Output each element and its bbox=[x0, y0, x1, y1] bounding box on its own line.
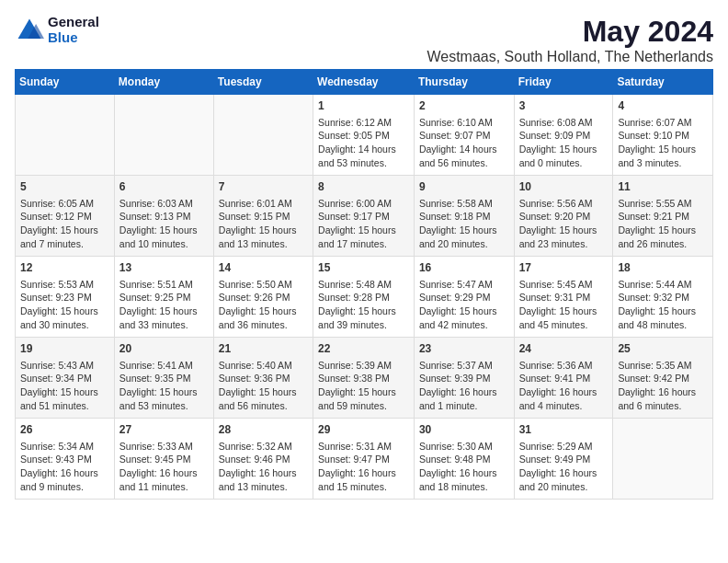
day-number: 15 bbox=[318, 260, 409, 276]
calendar-day-cell: 19Sunrise: 5:43 AMSunset: 9:34 PMDayligh… bbox=[16, 338, 115, 419]
day-info: Sunset: 9:26 PM bbox=[219, 291, 308, 304]
day-number: 1 bbox=[318, 98, 409, 114]
calendar-day-cell: 10Sunrise: 5:56 AMSunset: 9:20 PMDayligh… bbox=[514, 176, 613, 257]
day-number: 2 bbox=[419, 98, 509, 114]
day-number: 27 bbox=[119, 422, 209, 438]
day-info: Sunrise: 5:29 AM bbox=[519, 440, 609, 454]
day-number: 28 bbox=[219, 422, 308, 438]
day-number: 31 bbox=[519, 422, 609, 438]
day-info: Sunrise: 5:43 AM bbox=[20, 359, 109, 373]
day-info: Sunrise: 5:53 AM bbox=[20, 278, 109, 292]
day-info: Daylight: 15 hours and 3 minutes. bbox=[618, 143, 708, 169]
calendar-day-cell: 3Sunrise: 6:08 AMSunset: 9:09 PMDaylight… bbox=[514, 95, 613, 176]
weekday-header: Monday bbox=[114, 70, 213, 95]
day-info: Sunset: 9:21 PM bbox=[618, 210, 708, 224]
day-info: Daylight: 16 hours and 4 minutes. bbox=[519, 385, 609, 412]
day-info: Sunset: 9:45 PM bbox=[119, 453, 209, 466]
day-info: Daylight: 15 hours and 13 minutes. bbox=[219, 224, 308, 250]
calendar-table: SundayMondayTuesdayWednesdayThursdayFrid… bbox=[15, 69, 713, 500]
day-info: Daylight: 14 hours and 56 minutes. bbox=[419, 143, 509, 169]
day-info: Daylight: 15 hours and 51 minutes. bbox=[20, 385, 109, 412]
day-number: 5 bbox=[20, 179, 109, 195]
page-header: General Blue May 2024 Westmaas, South Ho… bbox=[15, 15, 713, 65]
day-info: Sunset: 9:38 PM bbox=[318, 372, 409, 385]
logo-icon bbox=[15, 16, 44, 45]
day-info: Sunset: 9:41 PM bbox=[519, 372, 609, 385]
weekday-header-row: SundayMondayTuesdayWednesdayThursdayFrid… bbox=[16, 70, 713, 95]
day-info: Sunrise: 5:31 AM bbox=[318, 440, 409, 454]
month-title: May 2024 bbox=[427, 15, 713, 49]
calendar-day-cell: 25Sunrise: 5:35 AMSunset: 9:42 PMDayligh… bbox=[613, 338, 713, 419]
day-info: Sunset: 9:15 PM bbox=[219, 210, 308, 224]
day-number: 20 bbox=[119, 341, 209, 357]
calendar-week-row: 5Sunrise: 6:05 AMSunset: 9:12 PMDaylight… bbox=[16, 176, 713, 257]
calendar-day-cell: 23Sunrise: 5:37 AMSunset: 9:39 PMDayligh… bbox=[414, 338, 514, 419]
day-number: 9 bbox=[419, 179, 509, 195]
calendar-day-cell: 14Sunrise: 5:50 AMSunset: 9:26 PMDayligh… bbox=[213, 257, 313, 338]
calendar-day-cell: 5Sunrise: 6:05 AMSunset: 9:12 PMDaylight… bbox=[16, 176, 115, 257]
day-info: Sunset: 9:32 PM bbox=[618, 291, 708, 304]
day-number: 17 bbox=[519, 260, 609, 276]
calendar-day-cell: 15Sunrise: 5:48 AMSunset: 9:28 PMDayligh… bbox=[313, 257, 415, 338]
day-info: Sunrise: 5:41 AM bbox=[119, 359, 209, 373]
day-info: Sunrise: 5:34 AM bbox=[20, 440, 109, 454]
calendar-day-cell: 11Sunrise: 5:55 AMSunset: 9:21 PMDayligh… bbox=[613, 176, 713, 257]
logo-general: General bbox=[48, 15, 99, 30]
calendar-day-cell: 6Sunrise: 6:03 AMSunset: 9:13 PMDaylight… bbox=[114, 176, 213, 257]
day-info: Sunset: 9:18 PM bbox=[419, 210, 509, 224]
day-info: Sunset: 9:17 PM bbox=[318, 210, 409, 224]
calendar-day-cell: 2Sunrise: 6:10 AMSunset: 9:07 PMDaylight… bbox=[414, 95, 514, 176]
day-info: Sunset: 9:12 PM bbox=[20, 210, 109, 224]
calendar-day-cell: 13Sunrise: 5:51 AMSunset: 9:25 PMDayligh… bbox=[114, 257, 213, 338]
day-info: Sunset: 9:35 PM bbox=[119, 372, 209, 385]
day-info: Sunrise: 5:55 AM bbox=[618, 197, 708, 211]
calendar-day-cell: 24Sunrise: 5:36 AMSunset: 9:41 PMDayligh… bbox=[514, 338, 613, 419]
day-info: Daylight: 16 hours and 15 minutes. bbox=[318, 466, 409, 493]
day-info: Sunrise: 5:50 AM bbox=[219, 278, 308, 292]
day-info: Sunrise: 5:36 AM bbox=[519, 359, 609, 373]
logo-blue: Blue bbox=[48, 30, 99, 46]
calendar-week-row: 19Sunrise: 5:43 AMSunset: 9:34 PMDayligh… bbox=[16, 338, 713, 419]
day-info: Sunrise: 5:30 AM bbox=[419, 440, 509, 454]
day-info: Sunrise: 5:58 AM bbox=[419, 197, 509, 211]
day-number: 3 bbox=[519, 98, 609, 114]
day-info: Sunset: 9:05 PM bbox=[318, 129, 409, 143]
day-info: Sunrise: 5:33 AM bbox=[119, 440, 209, 454]
calendar-week-row: 12Sunrise: 5:53 AMSunset: 9:23 PMDayligh… bbox=[16, 257, 713, 338]
day-number: 25 bbox=[618, 341, 708, 357]
calendar-day-cell: 1Sunrise: 6:12 AMSunset: 9:05 PMDaylight… bbox=[313, 95, 415, 176]
day-info: Sunrise: 6:12 AM bbox=[318, 116, 409, 130]
weekday-header: Friday bbox=[514, 70, 613, 95]
day-info: Sunrise: 5:48 AM bbox=[318, 278, 409, 292]
day-number: 24 bbox=[519, 341, 609, 357]
calendar-day-cell: 18Sunrise: 5:44 AMSunset: 9:32 PMDayligh… bbox=[613, 257, 713, 338]
day-info: Sunrise: 6:08 AM bbox=[519, 116, 609, 130]
calendar-day-cell: 22Sunrise: 5:39 AMSunset: 9:38 PMDayligh… bbox=[313, 338, 415, 419]
day-info: Sunset: 9:34 PM bbox=[20, 372, 109, 385]
calendar-day-cell bbox=[114, 95, 213, 176]
day-info: Sunrise: 6:00 AM bbox=[318, 197, 409, 211]
day-info: Daylight: 15 hours and 33 minutes. bbox=[119, 304, 209, 331]
day-number: 14 bbox=[219, 260, 308, 276]
calendar-week-row: 26Sunrise: 5:34 AMSunset: 9:43 PMDayligh… bbox=[16, 419, 713, 500]
day-info: Daylight: 16 hours and 1 minute. bbox=[419, 385, 509, 412]
calendar-day-cell bbox=[16, 95, 115, 176]
day-info: Daylight: 15 hours and 48 minutes. bbox=[618, 304, 708, 331]
calendar-day-cell: 16Sunrise: 5:47 AMSunset: 9:29 PMDayligh… bbox=[414, 257, 514, 338]
day-info: Sunrise: 5:45 AM bbox=[519, 278, 609, 292]
day-info: Daylight: 15 hours and 0 minutes. bbox=[519, 143, 609, 169]
day-info: Daylight: 15 hours and 17 minutes. bbox=[318, 224, 409, 250]
day-number: 7 bbox=[219, 179, 308, 195]
day-info: Sunrise: 6:07 AM bbox=[618, 116, 708, 130]
day-number: 19 bbox=[20, 341, 109, 357]
day-number: 21 bbox=[219, 341, 308, 357]
day-info: Daylight: 16 hours and 6 minutes. bbox=[618, 385, 708, 412]
day-info: Sunset: 9:25 PM bbox=[119, 291, 209, 304]
day-number: 12 bbox=[20, 260, 109, 276]
day-info: Sunrise: 6:05 AM bbox=[20, 197, 109, 211]
logo-text: General Blue bbox=[48, 15, 99, 45]
title-area: May 2024 Westmaas, South Holland, The Ne… bbox=[427, 15, 713, 65]
day-number: 18 bbox=[618, 260, 708, 276]
day-info: Sunrise: 5:56 AM bbox=[519, 197, 609, 211]
day-info: Sunrise: 5:39 AM bbox=[318, 359, 409, 373]
